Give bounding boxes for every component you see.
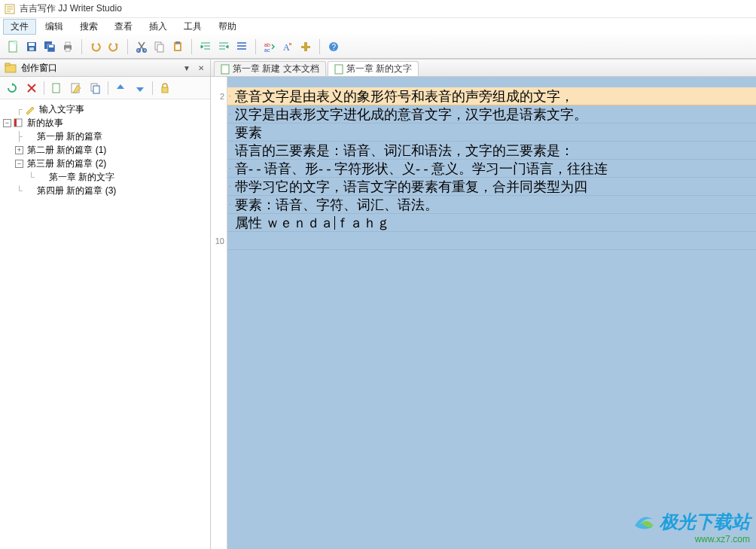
tab-doc1[interactable]: 第一章 新建 文本文档 (214, 61, 326, 76)
svg-rect-35 (221, 65, 229, 74)
toolbar-separator (81, 39, 82, 54)
help-icon[interactable]: ? (326, 39, 341, 54)
editor-line[interactable]: 语言的三要素是：语音、词汇和语法，文字的三要素是： (227, 142, 756, 160)
svg-rect-28 (53, 84, 59, 93)
svg-rect-5 (29, 47, 34, 50)
toolbar-separator (191, 39, 192, 54)
indent-left-icon[interactable] (198, 39, 213, 54)
tab-label: 第一章 新建 文本文档 (233, 63, 319, 75)
undo-icon[interactable] (88, 39, 103, 54)
sidebar-panel-header: 创作窗口 ▼ ✕ (0, 59, 210, 77)
save-all-icon[interactable] (42, 39, 57, 54)
editor-line[interactable]: ·意音文字是由表义的象形符号和表音的声旁组成的文字， (227, 87, 756, 105)
pen-icon (25, 104, 35, 114)
toolbar-separator (127, 39, 128, 54)
editor-body[interactable]: ·意音文字是由表义的象形符号和表音的声旁组成的文字， ·汉字是由表形文字进化成的… (227, 77, 756, 549)
toolbar-separator (255, 39, 256, 54)
editor-line[interactable]: 属性 ｗｅｎｄａｆａｈｇ (227, 214, 756, 232)
editor-line[interactable]: ·音- - 语音、形- - 字符形状、义- - 意义。学习一门语言，往往连 (227, 160, 756, 178)
editor-line[interactable]: ·带学习它的文字，语言文字的要素有重复，合并同类型为四 (227, 178, 756, 196)
tools-icon[interactable] (298, 39, 313, 54)
tree-root[interactable]: − 新的故事 (0, 116, 210, 130)
menu-tools[interactable]: 工具 (176, 19, 209, 35)
tree-item-book3[interactable]: − 第三册 新的篇章 (2) (0, 157, 210, 170)
doc-icon (334, 64, 343, 75)
print-icon[interactable] (60, 39, 75, 54)
svg-rect-34 (14, 119, 17, 127)
collapse-icon[interactable]: − (15, 160, 23, 168)
svg-rect-27 (5, 63, 10, 66)
move-down-icon[interactable] (133, 81, 148, 96)
tree-item-book2[interactable]: + 第二册 新的篇章 (1) (0, 143, 210, 157)
tree-item-book1[interactable]: ├ 第一册 新的篇章 (0, 130, 210, 143)
font-icon[interactable]: A (280, 39, 295, 54)
lock-icon[interactable] (157, 81, 172, 96)
svg-rect-32 (162, 87, 168, 93)
menu-insert[interactable]: 插入 (142, 19, 175, 35)
svg-rect-2 (14, 41, 17, 44)
tree-root-label: 新的故事 (25, 117, 63, 130)
copy-icon[interactable] (152, 39, 167, 54)
editor-line[interactable]: ·汉字是由表形文字进化成的意音文字，汉字也是语素文字。 (227, 105, 756, 124)
menu-search[interactable]: 搜索 (72, 19, 105, 35)
toolbar-separator (108, 81, 108, 95)
line-gutter: 2 10 (211, 77, 227, 549)
title-bar: 吉吉写作 JJ Writer Studio (0, 0, 756, 18)
svg-rect-10 (66, 42, 70, 45)
editor-tabs: 第一章 新建 文本文档 第一章 新的文字 (211, 59, 756, 77)
editor-line[interactable] (227, 232, 756, 250)
tab-label: 第一章 新的文字 (346, 63, 412, 75)
new-file-icon[interactable] (6, 39, 21, 54)
menu-help[interactable]: 帮助 (211, 19, 244, 35)
menu-bar: 文件 编辑 搜索 查看 插入 工具 帮助 (0, 18, 756, 35)
svg-rect-23 (304, 42, 307, 51)
svg-text:?: ? (332, 43, 337, 51)
toolbar-separator (152, 81, 153, 95)
text-caret (334, 216, 335, 230)
tree-input-label: 输入文字事 (37, 103, 84, 116)
menu-view[interactable]: 查看 (107, 19, 140, 35)
panel-close-icon[interactable]: ✕ (197, 64, 206, 72)
expand-icon[interactable]: + (15, 146, 23, 154)
editor[interactable]: 2 10 ·意音文字是由表义的象形符号和表音的声旁组成的文字， ·汉字是由表形文… (211, 77, 756, 549)
line-number: 2 (211, 87, 227, 105)
cut-icon[interactable] (134, 39, 149, 54)
panel-icon (5, 63, 17, 73)
editor-line[interactable]: 要素 (227, 124, 756, 142)
move-up-icon[interactable] (113, 81, 128, 96)
editor-line[interactable]: ·要素：语音、字符、词汇、语法。 (227, 196, 756, 214)
toolbar-separator (44, 81, 44, 95)
collapse-icon[interactable]: − (3, 119, 11, 127)
new-doc-icon[interactable] (49, 81, 64, 96)
tab-doc2[interactable]: 第一章 新的文字 (328, 61, 419, 76)
panel-dropdown-icon[interactable]: ▼ (181, 64, 192, 72)
tree-item-book4[interactable]: └ 第四册 新的篇章 (3) (0, 184, 210, 197)
panel-title: 创作窗口 (21, 62, 57, 75)
copy-doc-icon[interactable] (88, 81, 103, 96)
menu-file[interactable]: 文件 (3, 19, 36, 35)
paste-icon[interactable] (170, 39, 185, 54)
redo-icon[interactable] (106, 39, 121, 54)
delete-icon[interactable] (24, 81, 39, 96)
indent-right-icon[interactable] (216, 39, 231, 54)
find-replace-icon[interactable]: abac (262, 39, 277, 54)
tree-item-book3-ch1[interactable]: └ 第一章 新的文字 (0, 170, 210, 184)
svg-rect-4 (29, 43, 35, 46)
menu-edit[interactable]: 编辑 (38, 19, 71, 35)
refresh-icon[interactable] (5, 81, 20, 96)
editor-line[interactable] (227, 77, 756, 87)
svg-rect-18 (175, 44, 180, 50)
svg-text:A: A (283, 42, 290, 53)
align-icon[interactable] (234, 39, 249, 54)
window-title: 吉吉写作 JJ Writer Studio (20, 2, 122, 15)
svg-rect-15 (157, 44, 163, 52)
svg-rect-31 (93, 86, 99, 93)
tree-input-row[interactable]: ┌ 输入文字事 (0, 102, 210, 116)
svg-text:ab: ab (264, 42, 270, 47)
edit-icon[interactable] (69, 81, 84, 96)
svg-text:ac: ac (264, 47, 270, 53)
svg-rect-8 (49, 45, 53, 47)
svg-rect-11 (66, 48, 70, 51)
project-tree[interactable]: ┌ 输入文字事 − 新的故事 ├ 第一册 新的篇章 + 第二册 新的篇章 (1)… (0, 99, 210, 549)
save-icon[interactable] (24, 39, 39, 54)
